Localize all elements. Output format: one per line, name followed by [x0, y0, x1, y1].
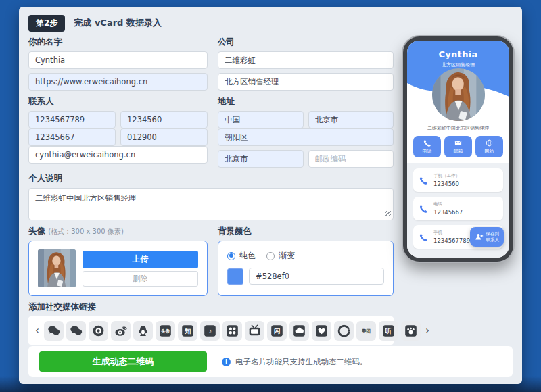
preview-title: 北方区销售经理 — [413, 62, 504, 68]
color-swatch[interactable] — [227, 268, 243, 285]
district-input[interactable] — [218, 128, 394, 146]
background-color-box: 纯色 渐变 — [218, 241, 394, 296]
mafengwo-icon[interactable] — [401, 321, 421, 341]
xianyu-icon[interactable]: 闲 — [267, 321, 287, 341]
preview-avatar — [432, 68, 485, 121]
phone-input-2[interactable] — [120, 111, 208, 128]
call-button[interactable]: 电话 — [413, 136, 441, 157]
email-button[interactable]: 邮箱 — [444, 136, 472, 157]
generate-qr-button[interactable]: 生成动态二维码 — [39, 351, 207, 372]
phone-screen: Cynthia 北方区销售经理 二维彩虹 二维彩虹中国北方区销售经理 电话邮箱网… — [403, 36, 513, 262]
step-badge: 第2步 — [28, 15, 65, 32]
step-header: 第2步 完成 vCard 数据录入 — [28, 15, 394, 31]
svg-text:知: 知 — [184, 327, 191, 335]
svg-text:美团: 美团 — [361, 328, 371, 334]
summary-label: 个人说明 — [28, 173, 394, 185]
website-input[interactable] — [28, 73, 208, 91]
qq-icon[interactable] — [133, 321, 153, 341]
country-input[interactable] — [218, 111, 304, 128]
phone-icon — [419, 176, 427, 185]
svg-text:听: 听 — [385, 327, 392, 335]
douban-icon[interactable] — [222, 321, 242, 341]
company-input[interactable] — [218, 51, 394, 69]
upload-button[interactable]: 上传 — [83, 251, 198, 268]
summary-textarea[interactable]: 二维彩虹中国北方区销售经理 — [28, 188, 394, 220]
phone-icon — [419, 233, 427, 241]
info-icon: i — [222, 358, 231, 366]
avatar-format-hint: (格式：300 x 300 像素) — [48, 228, 123, 235]
mail-icon — [454, 139, 462, 147]
meituan-icon[interactable]: 美团 — [356, 321, 376, 341]
solid-color-radio[interactable] — [227, 252, 235, 260]
phone-input-4[interactable] — [120, 128, 208, 146]
zhihu-icon[interactable]: 知 — [178, 321, 197, 341]
social-links-label: 添加社交媒体链接 — [28, 301, 394, 313]
avatar-box: 上传 删除 — [28, 241, 208, 296]
phone-icon — [423, 139, 431, 147]
svg-text:闲: 闲 — [274, 327, 281, 335]
preview-name: Cynthia — [413, 49, 504, 59]
footer-note: i 电子名片功能只支持生成动态二维码。 — [222, 357, 368, 367]
email-input[interactable] — [28, 146, 208, 164]
footer-bar: 生成动态二维码 i 电子名片功能只支持生成动态二维码。 — [28, 346, 513, 377]
company-label: 公司 — [218, 36, 394, 48]
avatar-thumbnail — [38, 249, 76, 287]
svg-text:头条: 头条 — [161, 328, 170, 334]
preview-summary: 二维彩虹中国北方区销售经理 — [407, 125, 509, 132]
color-value-input[interactable] — [249, 268, 384, 285]
social-icons-strip: 头条知♪闲美团听 — [44, 321, 421, 341]
wechat-icon[interactable] — [44, 321, 64, 341]
preview-contact-item[interactable]: 电话 12345667 — [413, 197, 503, 220]
page-title: 完成 vCard 数据录入 — [74, 17, 162, 29]
gradient-label: 渐变 — [279, 250, 295, 262]
preview-action-buttons: 电话邮箱网站 — [407, 132, 509, 157]
bg-color-label: 背景颜色 — [218, 226, 394, 237]
toutiao-icon[interactable]: 头条 — [156, 321, 175, 341]
phone-input-3[interactable] — [28, 128, 116, 146]
social-icons-bar: ‹ 头条知♪闲美团听 › — [28, 316, 394, 345]
person-add-icon — [475, 232, 484, 241]
gradient-radio[interactable] — [266, 252, 275, 260]
summary-textarea-wrap: 二维彩虹中国北方区销售经理 — [28, 188, 394, 220]
zip-input[interactable] — [308, 150, 394, 168]
svg-text:♪: ♪ — [208, 327, 212, 335]
contacts-label: 联系人 — [28, 96, 208, 107]
weibo-icon[interactable] — [111, 321, 131, 341]
solid-color-label: 纯色 — [239, 250, 256, 262]
save-contact-button[interactable]: 保存到 联系人 — [470, 227, 504, 247]
social-next-icon[interactable]: › — [423, 326, 431, 336]
bilibili-icon[interactable] — [245, 321, 264, 341]
phone-input-1[interactable] — [28, 111, 116, 128]
phone-preview: Cynthia 北方区销售经理 二维彩虹 二维彩虹中国北方区销售经理 电话邮箱网… — [403, 36, 513, 262]
website-button[interactable]: 网站 — [475, 136, 503, 157]
netease-music-icon[interactable] — [289, 321, 309, 341]
dianping-icon[interactable] — [334, 321, 354, 341]
wechat-work-icon[interactable] — [66, 321, 86, 341]
name-label: 你的名字 — [28, 36, 208, 48]
vcard-form: 第2步 完成 vCard 数据录入 你的名字 公司 联系人 — [28, 15, 394, 345]
name-input[interactable] — [28, 51, 208, 69]
state-input[interactable] — [218, 150, 304, 168]
city-input[interactable] — [308, 111, 394, 128]
douyin-icon[interactable]: ♪ — [200, 321, 220, 341]
job-title-input[interactable] — [218, 73, 394, 91]
delete-button[interactable]: 删除 — [83, 271, 198, 287]
social-prev-icon[interactable]: ‹ — [33, 326, 41, 336]
vcard-editor-panel: 第2步 完成 vCard 数据录入 你的名字 公司 联系人 — [19, 7, 522, 384]
wechat-moments-icon[interactable] — [89, 321, 108, 341]
phone-icon — [419, 205, 427, 213]
globe-icon — [486, 139, 493, 147]
changba-icon[interactable] — [312, 321, 331, 341]
avatar-label: 头像 (格式：300 x 300 像素) — [28, 226, 208, 237]
address-label: 地址 — [218, 96, 394, 107]
ximalaya-icon[interactable]: 听 — [379, 321, 398, 341]
preview-contact-item[interactable]: 手机（工作） 1234560 — [413, 168, 503, 192]
